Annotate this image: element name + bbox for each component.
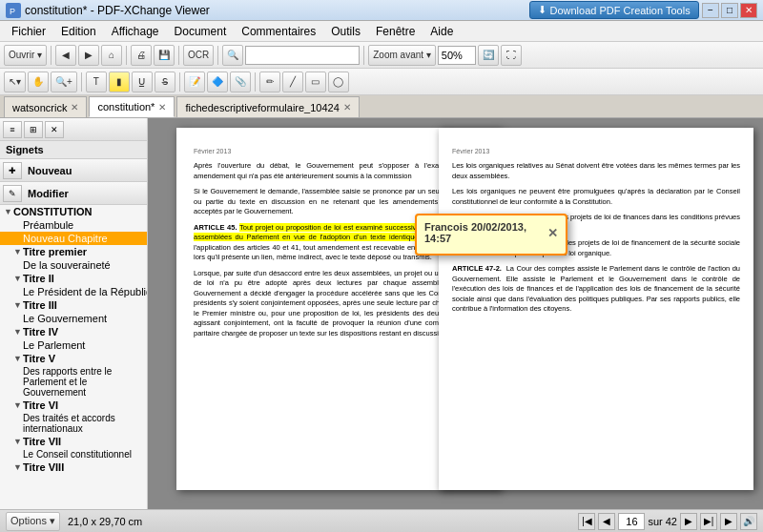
current-page-input[interactable] [618,513,645,530]
options-button[interactable]: Options ▾ [6,512,60,531]
tree-titre-1[interactable]: ▼ Titre premier [0,245,147,258]
panel-new-label[interactable]: Nouveau [24,165,72,176]
tb-fullscreen[interactable]: ⛶ [501,45,522,66]
tree-conseil[interactable]: Le Conseil constitutionnel [0,448,147,460]
menu-commentaires[interactable]: Commentaires [234,23,323,40]
menu-fichier[interactable]: Fichier [4,23,53,40]
menu-edition[interactable]: Edition [53,23,104,40]
tb2-rect[interactable]: ▭ [305,72,326,92]
menu-fenetre[interactable]: Fenêtre [368,23,423,40]
nav-next[interactable]: ▶ [680,513,697,530]
tree-rapports[interactable]: Des rapports entre le Parlement et le Go… [0,365,147,399]
tree-titre-5[interactable]: ▼ Titre V [0,352,147,365]
doc-article472-title: ARTICLE 47-2. [452,264,502,273]
tb-refresh[interactable]: 🔄 [478,45,499,66]
tree-titre-7[interactable]: ▼ Titre VII [0,435,147,448]
tb2-strikeout[interactable]: S̶ [155,72,175,92]
nav-first[interactable]: |◀ [578,513,595,530]
panel-modify-label[interactable]: Modifier [24,188,69,199]
nav-last[interactable]: ▶| [700,513,717,530]
tree-titre-2[interactable]: ▼ Titre II [0,272,147,285]
tree-preambule[interactable]: Préambule [0,218,147,232]
tb2-note[interactable]: 📝 [184,72,205,92]
separator-5 [363,46,364,65]
tb-home[interactable]: ⌂ [101,45,122,66]
document-area[interactable]: Février 2013 Après l'ouverture du débat,… [148,118,763,509]
tree-souverainete[interactable]: De la souveraineté [0,258,147,272]
tb-find[interactable]: 🔍 [222,45,243,66]
tb2-zoom-in[interactable]: 🔍+ [51,72,77,92]
tb2-underline[interactable]: U̲ [132,72,153,92]
menu-document[interactable]: Document [167,23,235,40]
menu-aide[interactable]: Aide [423,23,461,40]
close-button[interactable]: ✕ [740,3,757,18]
tree-titre-3[interactable]: ▼ Titre III [0,298,147,312]
tree-titre-6[interactable]: ▼ Titre VI [0,399,147,412]
open-button[interactable]: Ouvrir ▾ [4,45,47,66]
nav-prev[interactable]: ◀ [598,513,615,530]
tree-parlement[interactable]: Le Parlement [0,338,147,352]
tb2-ellipse[interactable]: ◯ [328,72,349,92]
tab-fichedescriptive[interactable]: fichedescriptiveformulaire_10424 ✕ [176,96,359,117]
panel-btn-1[interactable]: ≡ [3,121,22,138]
tb2-highlight[interactable]: ▮ [109,72,130,92]
page-navigation: |◀ ◀ sur 42 ▶ ▶| ▶ 🔊 [578,513,757,530]
tb2-draw[interactable]: ✏ [259,72,280,92]
download-pdf-button[interactable]: ⬇ Download PDF Creation Tools [529,1,699,19]
tb2-select[interactable]: ↖▾ [4,72,26,92]
tree-nouveau-chapitre[interactable]: Nouveau Chapitre [0,232,147,245]
tb-print[interactable]: 🖨 [131,45,152,66]
tab-constitution-close[interactable]: ✕ [158,102,166,113]
search-input[interactable] [245,46,360,65]
maximize-button[interactable]: □ [721,3,738,18]
tab-constitution[interactable]: constitution* ✕ [89,96,175,117]
tree-titre-4[interactable]: ▼ Titre IV [0,325,147,338]
comment-close-button[interactable]: ✕ [547,226,558,240]
nav-sound[interactable]: 🔊 [740,513,757,530]
minimize-button[interactable]: − [702,3,719,18]
panel-btn-2[interactable]: ⊞ [24,121,43,138]
tab-watsoncrick-close[interactable]: ✕ [71,102,78,113]
zoom-button[interactable]: Zoom avant ▾ [368,45,436,66]
tree-titre-8[interactable]: ▼ Titre VIII [0,460,147,474]
nav-play[interactable]: ▶ [720,513,737,530]
tb2-attach[interactable]: 📎 [230,72,251,92]
ocr-button[interactable]: OCR [183,45,214,66]
tb2-line[interactable]: ╱ [282,72,303,92]
tb-save[interactable]: 💾 [154,45,175,66]
window-controls: − □ ✕ [702,3,757,18]
menu-outils[interactable]: Outils [323,23,368,40]
tab-fichedescriptive-close[interactable]: ✕ [343,102,351,113]
zoom-input[interactable] [438,46,476,65]
tb-forward[interactable]: ▶ [78,45,99,66]
page-of-label: sur [648,516,662,527]
tb2-hand[interactable]: ✋ [28,72,49,92]
arrow-titre4: ▼ [13,327,23,337]
doc-date-2: Février 2013 [452,147,740,155]
panel-new[interactable]: ✚ [3,162,22,179]
arrow-nouveau [13,234,23,243]
arrow-titre7: ▼ [13,437,23,446]
panel-edit[interactable]: ✎ [3,185,22,202]
tree-traites[interactable]: Des traités et accords internationaux [0,412,147,435]
tree-president[interactable]: Le Président de la République [0,285,147,298]
tab-watsoncrick[interactable]: watsoncrick ✕ [4,96,87,117]
arrow-titre6: ▼ [13,400,23,410]
sep-t2-3 [255,72,256,92]
total-pages: 42 [666,516,677,527]
tb2-text[interactable]: T [86,72,107,92]
panel-toolbar-3: ✎ Modifier [0,182,147,205]
separator-2 [126,46,127,65]
panel-btn-3[interactable]: ✕ [45,121,64,138]
tab-constitution-label: constitution* [97,101,155,113]
main-area: ≡ ⊞ ✕ Signets ✚ Nouveau ✎ Modifier ▼ CON… [0,118,763,509]
tree-constitution[interactable]: ▼ CONSTITUTION [0,205,147,218]
arrow-constitution: ▼ [4,207,13,216]
tb2-stamp[interactable]: 🔷 [207,72,228,92]
tree-gouvernement[interactable]: Le Gouvernement [0,312,147,325]
status-bar: Options ▾ 21,0 x 29,70 cm |◀ ◀ sur 42 ▶ … [0,509,763,532]
comment-bubble[interactable]: Francois 20/02/2013, 14:57 ✕ [415,214,567,256]
tb-back[interactable]: ◀ [55,45,76,66]
menu-affichage[interactable]: Affichage [104,23,167,40]
menu-bar: Fichier Edition Affichage Document Comme… [0,21,763,42]
